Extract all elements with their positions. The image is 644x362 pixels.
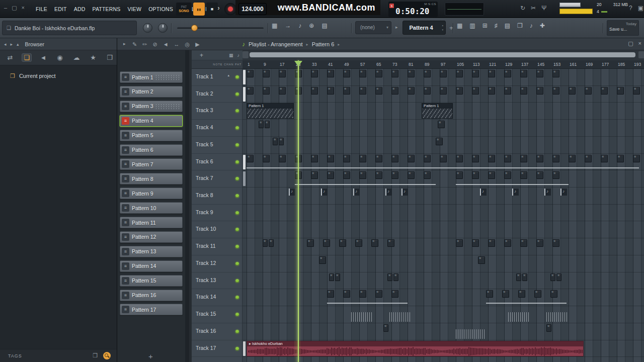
pattern-clip[interactable]: ≡ bbox=[552, 239, 559, 247]
track-header-4[interactable]: Track 4 bbox=[192, 120, 243, 137]
pattern-clip[interactable]: ≡ bbox=[436, 138, 443, 145]
track-mute-led[interactable] bbox=[235, 160, 239, 164]
pattern-clip[interactable]: ≡ bbox=[259, 121, 264, 128]
track-lane-3[interactable]: Pattern 1Pattern 1 bbox=[243, 103, 644, 120]
named-pattern-clip[interactable]: Pattern 1 bbox=[422, 103, 453, 119]
mic-icon[interactable]: Ψ bbox=[541, 5, 546, 12]
track-mute-led[interactable] bbox=[235, 296, 239, 299]
tempo-display[interactable]: 124.000 bbox=[238, 3, 267, 15]
pattern-item-9[interactable]: ≡Pattern 9 bbox=[120, 188, 183, 199]
metronome-icon[interactable]: ♪ bbox=[298, 22, 301, 29]
scrollbar-thumb[interactable] bbox=[250, 52, 635, 57]
pattern-clip[interactable]: ≡ bbox=[556, 274, 561, 281]
pattern-item-5[interactable]: ≡Pattern 5 bbox=[120, 130, 183, 141]
pattern-clip[interactable]: ≡ bbox=[633, 87, 640, 95]
automation-line-clip[interactable] bbox=[486, 303, 567, 304]
pattern-clip[interactable]: ≡ bbox=[265, 121, 270, 128]
pattern-clip[interactable]: ≡ bbox=[311, 171, 318, 179]
track-header-10[interactable]: Track 10 bbox=[192, 221, 243, 238]
pattern-clip[interactable]: ≡ bbox=[307, 239, 314, 247]
pattern-clip[interactable]: ≡ bbox=[504, 70, 511, 77]
pattern-clip[interactable]: ≡ bbox=[478, 256, 485, 264]
save-icon[interactable]: ▣ bbox=[638, 5, 643, 12]
pattern-clip[interactable]: ≡ bbox=[327, 171, 334, 179]
track-lane-15[interactable] bbox=[243, 306, 644, 323]
pattern-item-14[interactable]: ≡Pattern 14 bbox=[120, 260, 183, 272]
pattern-clip[interactable]: ≡ bbox=[536, 70, 543, 77]
pattern-item-4[interactable]: ≡Pattern 4 bbox=[120, 115, 183, 127]
note-clip[interactable]: ♪ bbox=[289, 189, 295, 196]
pattern-clip[interactable]: ≡ bbox=[263, 87, 270, 95]
pattern-clip[interactable]: ≡ bbox=[518, 290, 525, 298]
track-mute-led[interactable] bbox=[235, 75, 239, 79]
menu-file[interactable]: FILE bbox=[32, 6, 51, 12]
track-header-14[interactable]: Track 14 bbox=[192, 289, 243, 306]
pattern-item-3[interactable]: ≡Pattern 3 bbox=[120, 101, 183, 112]
sync-icon[interactable]: ↻ bbox=[520, 5, 525, 12]
track-mute-led[interactable] bbox=[235, 347, 239, 350]
pattern-clip[interactable]: ≡ bbox=[516, 274, 521, 281]
pattern-clip[interactable]: ≡ bbox=[633, 155, 640, 162]
help-icon[interactable]: ? bbox=[629, 5, 632, 12]
mixer-icon[interactable]: ♯ bbox=[495, 22, 498, 29]
pattern-clip[interactable]: ≡ bbox=[520, 155, 527, 162]
track-header-3[interactable]: Track 3 bbox=[192, 103, 243, 120]
pattern-clip[interactable]: ≡ bbox=[375, 171, 382, 179]
pattern-clip[interactable]: ≡ bbox=[552, 155, 559, 162]
pattern-clip[interactable]: ≡ bbox=[311, 87, 318, 95]
pattern-clip[interactable]: ≡ bbox=[408, 70, 415, 77]
track-lane-6[interactable]: ≡≡≡≡≡≡≡≡≡≡≡≡≡≡≡≡≡≡≡≡≡≡≡≡≡ bbox=[243, 154, 644, 171]
track-lane-18[interactable] bbox=[243, 357, 644, 362]
tree-item-current-project[interactable]: ❒Current project bbox=[0, 70, 117, 81]
pattern-clip[interactable]: ≡ bbox=[424, 171, 431, 179]
pattern-clip[interactable]: ≡ bbox=[355, 239, 362, 247]
stem-clip[interactable] bbox=[546, 312, 568, 322]
pattern-clip[interactable]: ≡ bbox=[408, 155, 415, 162]
track-lane-1[interactable]: ≡≡≡≡≡≡≡≡≡≡≡≡≡≡≡≡≡≡≡≡ bbox=[243, 69, 644, 86]
pattern-clip[interactable]: ≡ bbox=[456, 70, 463, 77]
slip-tool-icon[interactable]: ↔ bbox=[174, 41, 180, 47]
note-clip[interactable]: ♪ bbox=[401, 189, 408, 196]
track-lane-8[interactable]: ♪♪♪♪♪♪♪♪♪ bbox=[243, 188, 644, 205]
cloud-icon[interactable]: ☁ bbox=[71, 54, 82, 61]
paint-tool-icon[interactable]: ✏ bbox=[142, 41, 147, 48]
track-lane-11[interactable]: ≡≡≡≡≡≡≡≡≡≡≡≡≡≡≡ bbox=[243, 238, 644, 255]
pattern-clip[interactable]: ≡ bbox=[534, 290, 541, 298]
draw-tool-icon[interactable]: ✎ bbox=[132, 41, 137, 48]
track-lane-13[interactable]: ≡≡≡≡≡≡≡≡ bbox=[243, 273, 644, 290]
touch-keyboard-icon[interactable]: ♪ bbox=[530, 22, 533, 29]
pattern-clip[interactable]: ≡ bbox=[601, 155, 608, 162]
menu-patterns[interactable]: PATTERNS bbox=[89, 6, 124, 12]
menu-view[interactable]: VIEW bbox=[124, 6, 145, 12]
pattern-clip[interactable]: ≡ bbox=[375, 70, 382, 77]
pattern-clip[interactable]: ≡ bbox=[359, 70, 366, 77]
pattern-clip[interactable]: ≡ bbox=[424, 87, 431, 95]
pattern-clip[interactable]: ≡ bbox=[520, 87, 527, 95]
pattern-clip[interactable]: ≡ bbox=[617, 87, 624, 95]
track-header-18[interactable]: Track 18 bbox=[192, 357, 243, 362]
pattern-clip[interactable]: ≡ bbox=[488, 87, 495, 95]
channel-rack-icon[interactable]: ⊞ bbox=[482, 22, 488, 29]
pattern-clip[interactable]: ≡ bbox=[504, 239, 511, 247]
scrollbar-right-cap[interactable] bbox=[638, 51, 644, 58]
pattern-clip[interactable]: ≡ bbox=[327, 155, 334, 162]
playlist-close-button[interactable]: × bbox=[638, 40, 641, 47]
pattern-clip[interactable]: ≡ bbox=[343, 155, 350, 162]
pattern-item-12[interactable]: ≡Pattern 12 bbox=[120, 231, 183, 243]
track-mute-led[interactable] bbox=[235, 143, 239, 147]
pattern-clip[interactable]: ≡ bbox=[371, 239, 378, 247]
spinner-up-icon[interactable]: ▴ bbox=[442, 23, 443, 28]
pattern-clip[interactable]: ≡ bbox=[550, 290, 557, 298]
pattern-clip[interactable]: ≡ bbox=[486, 290, 493, 298]
track-lane-10[interactable] bbox=[243, 221, 644, 238]
pattern-clip[interactable]: ≡ bbox=[552, 171, 559, 179]
automation-line-clip[interactable] bbox=[327, 303, 408, 304]
pattern-clip[interactable]: ≡ bbox=[343, 171, 350, 179]
pattern-clip[interactable]: ≡ bbox=[536, 171, 543, 179]
track-header-11[interactable]: Track 11 bbox=[192, 238, 243, 255]
track-mute-led[interactable] bbox=[235, 126, 239, 130]
pattern-clip[interactable]: ≡ bbox=[472, 87, 479, 95]
close-button[interactable]: × bbox=[22, 5, 25, 11]
track-lane-9[interactable] bbox=[243, 205, 644, 222]
song-mode-label[interactable]: SONG bbox=[179, 9, 189, 13]
